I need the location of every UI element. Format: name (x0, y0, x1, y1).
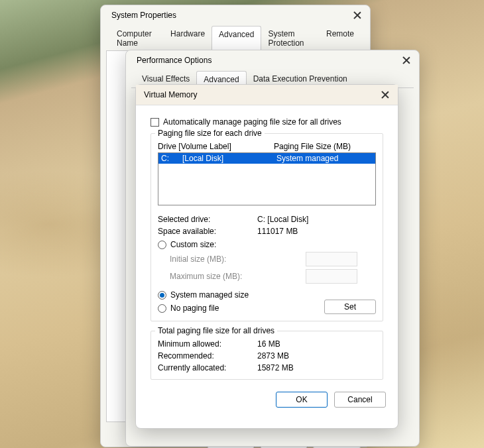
radio-none-label: No paging file (170, 304, 219, 313)
cancel-button[interactable]: Cancel (334, 392, 386, 408)
max-size-input (306, 269, 357, 284)
titlebar: Virtual Memory (136, 85, 398, 105)
drive-row[interactable]: C: [Local Disk] System managed (158, 153, 375, 164)
space-value: 111017 MB (257, 227, 298, 236)
initial-size-label: Initial size (MB): (170, 254, 247, 264)
rec-row: Recommended: 2873 MB (158, 351, 376, 361)
ok-button[interactable]: OK (276, 392, 328, 408)
max-size-row: Maximum size (MB): (170, 269, 376, 284)
min-value: 16 MB (257, 339, 280, 349)
initial-size-input (306, 252, 357, 266)
close-icon[interactable] (402, 56, 411, 65)
group-legend: Total paging file size for all drives (155, 326, 277, 335)
auto-manage-row: Automatically manage paging file size fo… (151, 117, 383, 127)
window-title: System Properties (109, 11, 176, 20)
selected-drive-row: Selected drive: C: [Local Disk] (158, 215, 376, 224)
tab-system-protection[interactable]: System Protection (261, 26, 320, 51)
auto-manage-label: Automatically manage paging file size fo… (163, 117, 341, 127)
tab-remote[interactable]: Remote (320, 26, 361, 51)
min-row: Minimum allowed: 16 MB (158, 339, 376, 349)
virtual-memory-dialog: Virtual Memory Automatically manage pagi… (135, 84, 398, 429)
auto-manage-checkbox[interactable] (151, 118, 159, 127)
no-paging-row: No paging file Set (158, 300, 376, 314)
radio-custom-label: Custom size: (170, 240, 216, 249)
initial-size-row: Initial size (MB): (170, 252, 376, 266)
radio-custom-size[interactable] (158, 241, 166, 249)
radio-system-label: System managed size (170, 290, 249, 300)
drive-letter: C: (161, 154, 182, 163)
header-size: Paging File Size (MB) (274, 142, 351, 151)
close-icon[interactable] (381, 90, 390, 99)
tab-computer-name[interactable]: Computer Name (110, 26, 164, 51)
cur-value: 15872 MB (257, 363, 294, 372)
titlebar: Performance Options (126, 50, 419, 70)
selected-drive-value: C: [Local Disk] (257, 215, 308, 224)
rec-label: Recommended: (158, 351, 257, 361)
drive-label: [Local Disk] (182, 154, 276, 163)
rec-value: 2873 MB (257, 351, 289, 361)
space-available-row: Space available: 111017 MB (158, 227, 376, 236)
space-label: Space available: (158, 227, 257, 236)
cur-label: Currently allocated: (158, 363, 257, 372)
drive-list-header: Drive [Volume Label] Paging File Size (M… (158, 142, 376, 151)
window-title: Virtual Memory (144, 90, 197, 99)
window-title: Performance Options (134, 56, 212, 65)
dialog-body: Automatically manage paging file size fo… (136, 105, 398, 386)
min-label: Minimum allowed: (158, 339, 257, 349)
dialog-buttons: OK Cancel (136, 386, 398, 413)
system-managed-row: System managed size (158, 290, 376, 300)
tab-advanced[interactable]: Advanced (212, 26, 261, 51)
group-legend: Paging file size for each drive (155, 129, 265, 138)
cur-row: Currently allocated: 15872 MB (158, 363, 376, 372)
radio-no-paging[interactable] (158, 304, 166, 313)
drive-list[interactable]: C: [Local Disk] System managed (158, 152, 376, 205)
selected-drive-label: Selected drive: (158, 215, 257, 224)
set-button[interactable]: Set (324, 300, 376, 314)
tab-strip: Computer Name Hardware Advanced System P… (106, 25, 365, 51)
titlebar: System Properties (101, 5, 370, 25)
header-drive: Drive [Volume Label] (158, 142, 274, 151)
radio-system-managed[interactable] (158, 291, 166, 300)
max-size-label: Maximum size (MB): (170, 272, 247, 281)
custom-size-row: Custom size: (158, 240, 376, 249)
close-icon[interactable] (353, 11, 362, 20)
paging-per-drive-group: Paging file size for each drive Drive [V… (151, 133, 383, 321)
tab-hardware[interactable]: Hardware (164, 26, 212, 51)
totals-group: Total paging file size for all drives Mi… (151, 331, 383, 380)
drive-size: System managed (276, 154, 338, 163)
